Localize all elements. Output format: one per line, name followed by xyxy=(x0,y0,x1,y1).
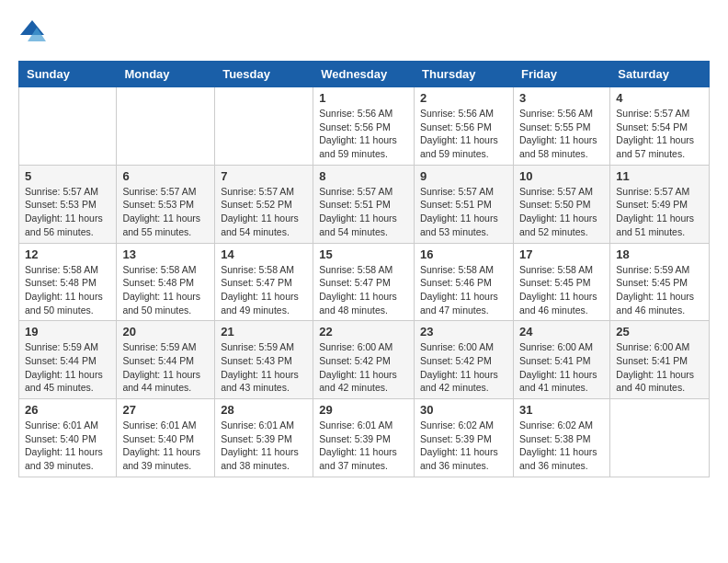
calendar-cell: 19Sunrise: 5:59 AM Sunset: 5:44 PM Dayli… xyxy=(19,321,117,399)
day-info: Sunrise: 5:59 AM Sunset: 5:44 PM Dayligh… xyxy=(122,340,209,395)
day-info: Sunrise: 6:00 AM Sunset: 5:41 PM Dayligh… xyxy=(519,340,604,395)
calendar-cell: 22Sunrise: 6:00 AM Sunset: 5:42 PM Dayli… xyxy=(313,321,415,399)
calendar-cell: 24Sunrise: 6:00 AM Sunset: 5:41 PM Dayli… xyxy=(513,321,609,399)
day-number: 27 xyxy=(122,403,209,417)
day-info: Sunrise: 5:58 AM Sunset: 5:46 PM Dayligh… xyxy=(420,263,507,317)
day-info: Sunrise: 5:59 AM Sunset: 5:44 PM Dayligh… xyxy=(25,340,110,395)
day-info: Sunrise: 5:56 AM Sunset: 5:55 PM Dayligh… xyxy=(519,107,604,161)
day-number: 14 xyxy=(221,247,307,261)
calendar-cell: 23Sunrise: 6:00 AM Sunset: 5:42 PM Dayli… xyxy=(415,321,514,399)
day-info: Sunrise: 5:58 AM Sunset: 5:48 PM Dayligh… xyxy=(122,263,209,317)
calendar-cell: 13Sunrise: 5:58 AM Sunset: 5:48 PM Dayli… xyxy=(117,243,215,321)
calendar-cell: 14Sunrise: 5:58 AM Sunset: 5:47 PM Dayli… xyxy=(215,243,313,321)
day-number: 9 xyxy=(420,169,507,183)
calendar-cell: 31Sunrise: 6:02 AM Sunset: 5:38 PM Dayli… xyxy=(513,399,609,477)
calendar-cell: 16Sunrise: 5:58 AM Sunset: 5:46 PM Dayli… xyxy=(415,243,514,321)
day-number: 7 xyxy=(221,169,307,183)
calendar-cell: 9Sunrise: 5:57 AM Sunset: 5:51 PM Daylig… xyxy=(415,165,514,243)
day-info: Sunrise: 5:56 AM Sunset: 5:56 PM Dayligh… xyxy=(319,107,408,161)
day-info: Sunrise: 6:01 AM Sunset: 5:40 PM Dayligh… xyxy=(25,419,110,473)
calendar-cell: 25Sunrise: 6:00 AM Sunset: 5:41 PM Dayli… xyxy=(610,321,710,399)
day-number: 5 xyxy=(25,169,110,183)
calendar-cell: 20Sunrise: 5:59 AM Sunset: 5:44 PM Dayli… xyxy=(117,321,215,399)
calendar-cell: 6Sunrise: 5:57 AM Sunset: 5:53 PM Daylig… xyxy=(117,165,215,243)
calendar-cell: 2Sunrise: 5:56 AM Sunset: 5:56 PM Daylig… xyxy=(415,87,514,166)
calendar-header-row: SundayMondayTuesdayWednesdayThursdayFrid… xyxy=(19,62,710,87)
calendar-cell: 18Sunrise: 5:59 AM Sunset: 5:45 PM Dayli… xyxy=(610,243,710,321)
calendar-cell: 17Sunrise: 5:58 AM Sunset: 5:45 PM Dayli… xyxy=(513,243,609,321)
day-number: 15 xyxy=(319,247,408,261)
day-number: 24 xyxy=(519,325,604,339)
day-number: 2 xyxy=(420,91,507,105)
calendar-cell: 30Sunrise: 6:02 AM Sunset: 5:39 PM Dayli… xyxy=(415,399,514,477)
calendar-cell: 8Sunrise: 5:57 AM Sunset: 5:51 PM Daylig… xyxy=(313,165,415,243)
day-number: 4 xyxy=(616,91,703,105)
day-number: 8 xyxy=(319,169,408,183)
calendar-cell: 27Sunrise: 6:01 AM Sunset: 5:40 PM Dayli… xyxy=(117,399,215,477)
day-number: 11 xyxy=(616,169,703,183)
day-header-sunday: Sunday xyxy=(19,62,117,87)
calendar-cell: 11Sunrise: 5:57 AM Sunset: 5:49 PM Dayli… xyxy=(610,165,710,243)
day-number: 29 xyxy=(319,403,408,417)
day-number: 26 xyxy=(25,403,110,417)
day-number: 19 xyxy=(25,325,110,339)
calendar-week-row: 12Sunrise: 5:58 AM Sunset: 5:48 PM Dayli… xyxy=(19,243,710,321)
day-number: 28 xyxy=(221,403,307,417)
day-info: Sunrise: 5:57 AM Sunset: 5:50 PM Dayligh… xyxy=(519,185,604,239)
day-number: 1 xyxy=(319,91,408,105)
calendar-cell: 3Sunrise: 5:56 AM Sunset: 5:55 PM Daylig… xyxy=(513,87,609,166)
day-header-saturday: Saturday xyxy=(610,62,710,87)
day-info: Sunrise: 5:58 AM Sunset: 5:45 PM Dayligh… xyxy=(519,263,604,317)
day-info: Sunrise: 5:56 AM Sunset: 5:56 PM Dayligh… xyxy=(420,107,507,161)
logo-icon xyxy=(18,18,46,46)
day-number: 16 xyxy=(420,247,507,261)
day-header-tuesday: Tuesday xyxy=(215,62,313,87)
logo xyxy=(18,18,50,46)
calendar-cell: 10Sunrise: 5:57 AM Sunset: 5:50 PM Dayli… xyxy=(513,165,609,243)
day-number: 12 xyxy=(25,247,110,261)
day-info: Sunrise: 6:01 AM Sunset: 5:40 PM Dayligh… xyxy=(122,419,209,473)
day-info: Sunrise: 6:01 AM Sunset: 5:39 PM Dayligh… xyxy=(221,419,307,473)
calendar-cell: 29Sunrise: 6:01 AM Sunset: 5:39 PM Dayli… xyxy=(313,399,415,477)
calendar-cell: 28Sunrise: 6:01 AM Sunset: 5:39 PM Dayli… xyxy=(215,399,313,477)
calendar-week-row: 1Sunrise: 5:56 AM Sunset: 5:56 PM Daylig… xyxy=(19,87,710,166)
day-number: 22 xyxy=(319,325,408,339)
day-number: 30 xyxy=(420,403,507,417)
calendar-cell xyxy=(117,87,215,166)
day-header-thursday: Thursday xyxy=(415,62,514,87)
page-header xyxy=(18,18,710,46)
calendar-cell: 7Sunrise: 5:57 AM Sunset: 5:52 PM Daylig… xyxy=(215,165,313,243)
day-info: Sunrise: 6:00 AM Sunset: 5:42 PM Dayligh… xyxy=(319,340,408,395)
calendar-table: SundayMondayTuesdayWednesdayThursdayFrid… xyxy=(18,61,710,477)
calendar-week-row: 5Sunrise: 5:57 AM Sunset: 5:53 PM Daylig… xyxy=(19,165,710,243)
day-info: Sunrise: 5:59 AM Sunset: 5:45 PM Dayligh… xyxy=(616,263,703,317)
day-number: 18 xyxy=(616,247,703,261)
calendar-cell: 12Sunrise: 5:58 AM Sunset: 5:48 PM Dayli… xyxy=(19,243,117,321)
day-info: Sunrise: 5:59 AM Sunset: 5:43 PM Dayligh… xyxy=(221,340,307,395)
day-info: Sunrise: 5:58 AM Sunset: 5:47 PM Dayligh… xyxy=(319,263,408,317)
day-number: 13 xyxy=(122,247,209,261)
day-info: Sunrise: 6:01 AM Sunset: 5:39 PM Dayligh… xyxy=(319,419,408,473)
calendar-cell: 15Sunrise: 5:58 AM Sunset: 5:47 PM Dayli… xyxy=(313,243,415,321)
day-number: 23 xyxy=(420,325,507,339)
day-info: Sunrise: 5:58 AM Sunset: 5:48 PM Dayligh… xyxy=(25,263,110,317)
calendar-cell: 4Sunrise: 5:57 AM Sunset: 5:54 PM Daylig… xyxy=(610,87,710,166)
calendar-week-row: 19Sunrise: 5:59 AM Sunset: 5:44 PM Dayli… xyxy=(19,321,710,399)
day-info: Sunrise: 5:57 AM Sunset: 5:51 PM Dayligh… xyxy=(319,185,408,239)
day-number: 25 xyxy=(616,325,703,339)
calendar-cell xyxy=(215,87,313,166)
day-number: 20 xyxy=(122,325,209,339)
day-header-friday: Friday xyxy=(513,62,609,87)
day-info: Sunrise: 5:58 AM Sunset: 5:47 PM Dayligh… xyxy=(221,263,307,317)
day-info: Sunrise: 6:02 AM Sunset: 5:38 PM Dayligh… xyxy=(519,419,604,473)
day-info: Sunrise: 6:00 AM Sunset: 5:42 PM Dayligh… xyxy=(420,340,507,395)
day-number: 6 xyxy=(122,169,209,183)
day-info: Sunrise: 5:57 AM Sunset: 5:52 PM Dayligh… xyxy=(221,185,307,239)
day-info: Sunrise: 5:57 AM Sunset: 5:51 PM Dayligh… xyxy=(420,185,507,239)
calendar-week-row: 26Sunrise: 6:01 AM Sunset: 5:40 PM Dayli… xyxy=(19,399,710,477)
svg-marker-0 xyxy=(20,20,44,35)
day-number: 10 xyxy=(519,169,604,183)
day-header-monday: Monday xyxy=(117,62,215,87)
day-header-wednesday: Wednesday xyxy=(313,62,415,87)
calendar-cell xyxy=(19,87,117,166)
